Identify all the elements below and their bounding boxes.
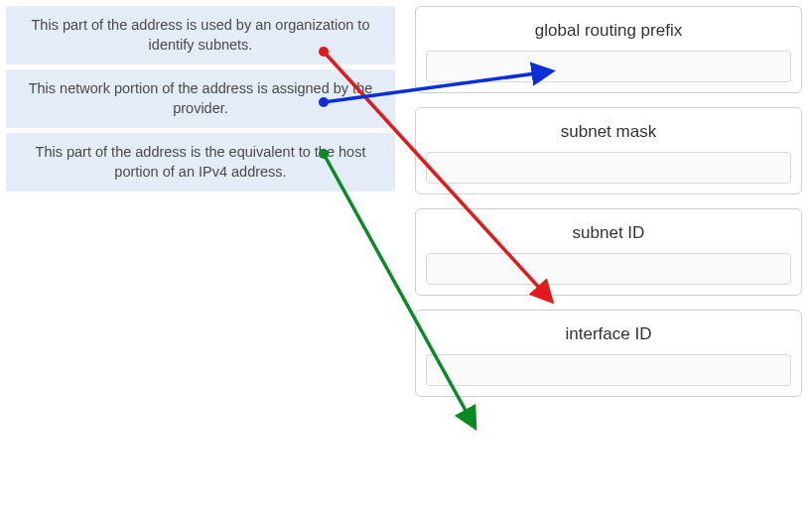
drop-zone[interactable] [426, 152, 791, 184]
drop-zone[interactable] [426, 51, 791, 82]
source-text: This part of the address is the equivale… [36, 144, 366, 180]
target-label: subnet mask [426, 122, 791, 142]
source-item[interactable]: This part of the address is the equivale… [6, 133, 395, 191]
source-text: This network portion of the address is a… [29, 80, 373, 116]
source-item[interactable]: This network portion of the address is a… [6, 69, 395, 128]
target-label: global routing prefix [426, 21, 791, 41]
target-box: subnet ID [415, 208, 802, 296]
drop-zone[interactable] [426, 253, 791, 285]
matching-exercise: This part of the address is used by an o… [0, 0, 812, 507]
target-label: interface ID [426, 324, 791, 344]
source-text: This part of the address is used by an o… [32, 17, 370, 53]
target-box: interface ID [415, 310, 802, 397]
target-column: global routing prefix subnet mask subnet… [415, 6, 802, 411]
drop-zone[interactable] [426, 354, 791, 386]
source-item[interactable]: This part of the address is used by an o… [6, 6, 395, 64]
target-label: subnet ID [426, 223, 791, 243]
source-column: This part of the address is used by an o… [6, 6, 395, 196]
target-box: global routing prefix [415, 6, 802, 93]
target-box: subnet mask [415, 107, 802, 194]
